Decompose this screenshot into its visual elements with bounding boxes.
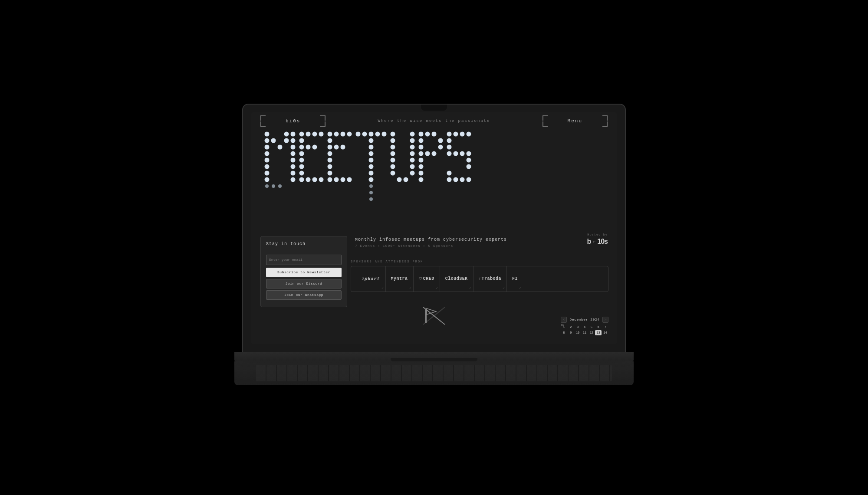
svg-point-65 <box>391 138 395 143</box>
svg-point-76 <box>410 144 415 149</box>
svg-point-43 <box>341 144 345 149</box>
keyboard-keys <box>256 365 612 381</box>
svg-point-87 <box>419 177 424 182</box>
subscribe-button[interactable]: Subscribe to Newsletter <box>266 268 342 277</box>
svg-point-79 <box>410 164 415 169</box>
sponsors-box: ipkart ⤢ Myntra ⤢ 🛡 CRED ⤢ <box>351 266 608 292</box>
svg-point-86 <box>419 170 424 175</box>
svg-point-105 <box>467 164 471 169</box>
svg-point-31 <box>299 170 304 175</box>
svg-point-5 <box>265 164 270 169</box>
laptop-notch <box>421 105 447 111</box>
svg-point-40 <box>328 138 332 143</box>
svg-point-103 <box>467 151 471 156</box>
discord-button[interactable]: Join our Discord <box>266 279 342 288</box>
svg-point-115 <box>369 191 373 194</box>
svg-point-23 <box>319 131 324 136</box>
menu-right-bracket-icon <box>582 115 608 128</box>
sponsor-name: CloudSEK <box>445 276 468 281</box>
svg-point-66 <box>391 144 395 149</box>
svg-point-37 <box>334 131 339 136</box>
svg-point-14 <box>291 144 296 149</box>
svg-point-49 <box>334 177 339 182</box>
svg-point-9 <box>278 144 283 149</box>
svg-point-111 <box>265 184 269 188</box>
expand-icon: ⤢ <box>519 286 521 290</box>
svg-point-102 <box>460 151 465 156</box>
svg-point-55 <box>375 131 380 136</box>
svg-point-11 <box>284 131 289 136</box>
svg-point-88 <box>425 131 430 136</box>
svg-point-56 <box>382 131 387 136</box>
sponsor-cred: 🛡 CRED ⤢ <box>414 266 440 292</box>
svg-point-89 <box>432 131 437 136</box>
no-flag-icon <box>421 305 447 327</box>
svg-point-34 <box>312 177 317 182</box>
svg-point-30 <box>299 164 304 169</box>
sponsor-name: CRED <box>423 276 434 281</box>
sponsors-label: SPONSORS AND ATTENDEES FROM <box>351 260 608 263</box>
svg-point-6 <box>265 170 270 175</box>
svg-point-44 <box>328 151 332 156</box>
header-tagline: Where the wise meets the passionate <box>378 119 490 123</box>
svg-point-83 <box>419 151 424 156</box>
svg-point-62 <box>369 170 374 175</box>
svg-point-39 <box>347 131 352 136</box>
svg-point-61 <box>369 164 374 169</box>
description-main: Monthly infosec meetups from cybersecuri… <box>355 237 507 242</box>
sponsor-name: ipkart <box>362 276 380 282</box>
svg-point-53 <box>362 131 367 136</box>
svg-point-32 <box>299 177 304 182</box>
svg-point-80 <box>419 131 424 136</box>
laptop-keyboard <box>234 361 634 385</box>
expand-icon: ⤢ <box>503 286 505 290</box>
expand-icon: ⤢ <box>469 286 471 290</box>
menu-label[interactable]: Menu <box>568 118 582 124</box>
svg-point-8 <box>271 138 276 143</box>
svg-point-45 <box>328 157 332 162</box>
svg-point-26 <box>306 144 311 149</box>
svg-point-74 <box>410 131 415 136</box>
svg-point-114 <box>369 184 373 188</box>
stay-in-touch-card: Stay in touch Subscribe to Newsletter Jo… <box>260 236 347 307</box>
sponsor-fi: FI ⤢ <box>507 266 523 292</box>
sponsor-ipkart: ipkart ⤢ <box>356 266 386 292</box>
whatsapp-button[interactable]: Join our Whatsapp <box>266 290 342 300</box>
svg-point-22 <box>312 131 317 136</box>
svg-point-60 <box>369 157 374 162</box>
traboda-icon: T <box>479 277 481 281</box>
svg-point-2 <box>265 144 270 149</box>
svg-point-91 <box>438 144 443 149</box>
svg-point-12 <box>291 131 296 136</box>
svg-point-47 <box>328 170 332 175</box>
expand-icon: ⤢ <box>409 286 411 290</box>
svg-point-68 <box>391 157 395 162</box>
svg-point-0 <box>265 131 270 136</box>
card-title: Stay in touch <box>266 242 342 246</box>
logo-text[interactable]: bi0s <box>286 118 300 124</box>
svg-point-57 <box>369 138 374 143</box>
svg-point-82 <box>419 144 424 149</box>
right-bracket-icon <box>300 115 326 128</box>
svg-point-52 <box>356 131 361 136</box>
meetups-dot-matrix <box>263 128 605 221</box>
svg-point-3 <box>265 151 270 156</box>
svg-point-67 <box>391 151 395 156</box>
svg-point-113 <box>278 184 282 188</box>
calendar-grid: Su Mo Tu We Th Fr Sa 1 2 3 4 5 6 <box>561 325 608 335</box>
svg-point-46 <box>328 164 332 169</box>
svg-point-81 <box>419 138 424 143</box>
calendar-section: < December 2024 > Su Mo Tu We Th Fr Sa <box>561 317 608 335</box>
menu-left-bracket-icon <box>542 115 568 128</box>
email-input[interactable] <box>266 255 342 265</box>
svg-point-64 <box>391 131 395 136</box>
left-bracket-icon <box>260 115 286 128</box>
svg-point-13 <box>291 138 296 143</box>
svg-point-75 <box>410 138 415 143</box>
svg-point-54 <box>369 131 374 136</box>
svg-point-84 <box>419 157 424 162</box>
svg-point-70 <box>391 170 395 175</box>
sponsor-myntra: Myntra ⤢ <box>386 266 414 292</box>
svg-point-112 <box>272 184 275 188</box>
svg-point-63 <box>369 177 374 182</box>
